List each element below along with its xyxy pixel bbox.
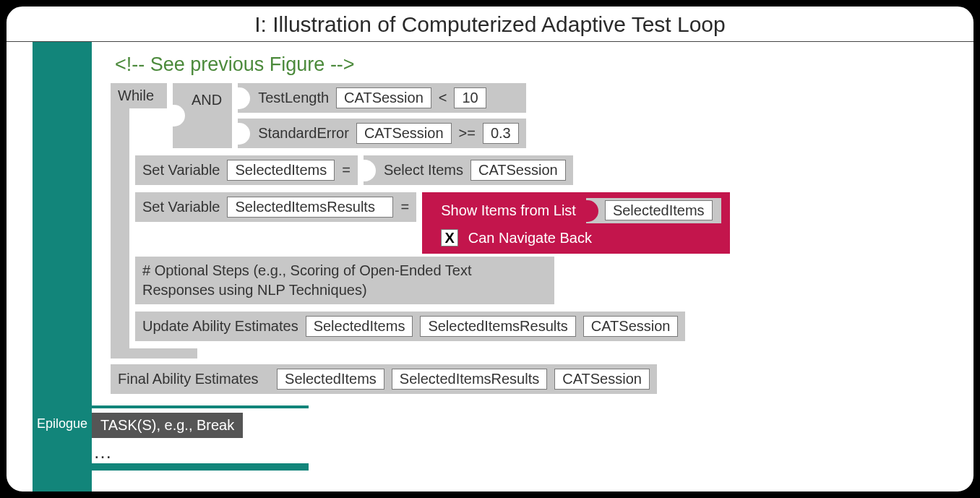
epilogue-task: TASK(S), e.g., Break bbox=[92, 413, 243, 438]
can-navigate-row: X Can Navigate Back bbox=[441, 229, 721, 246]
show-items-row1: Show Items from List SelectedItems bbox=[441, 198, 721, 223]
select-items-label: Select Items bbox=[384, 162, 463, 179]
diagram-frame: I: Illustration of Computerized Adaptive… bbox=[5, 5, 975, 493]
checkbox-can-navigate[interactable]: X bbox=[441, 229, 458, 246]
arg-catsession-2: CATSession bbox=[356, 123, 452, 144]
update-row: Update Ability Estimates SelectedItems S… bbox=[135, 312, 965, 341]
final-block: Final Ability Estimates SelectedItems Se… bbox=[111, 364, 657, 394]
show-items-arg: SelectedItems bbox=[605, 200, 713, 220]
eq-1: = bbox=[342, 162, 351, 179]
final-arg-b: SelectedItemsResults bbox=[392, 369, 547, 390]
setvar-block-1: Set Variable SelectedItems = bbox=[135, 155, 358, 185]
condition-standarderror: StandardError CATSession >= 0.3 bbox=[238, 119, 525, 148]
epilogue-ellipsis: … bbox=[92, 441, 965, 463]
optional-steps-text: # Optional Steps (e.g., Scoring of Open-… bbox=[142, 261, 547, 300]
arg-catsession-1: CATSession bbox=[336, 87, 431, 108]
show-items-label: Show Items from List bbox=[441, 202, 576, 219]
setvar-label-1: Set Variable bbox=[142, 162, 220, 179]
final-arg-a: SelectedItems bbox=[277, 369, 384, 390]
diagram-content: <!-- See previous Figure --> While AND T… bbox=[111, 52, 965, 471]
diagram-canvas: <!-- See previous Figure --> While AND T… bbox=[7, 42, 973, 471]
epilogue-tab: Epilogue bbox=[33, 412, 92, 436]
and-keyword: AND bbox=[192, 92, 222, 108]
final-label: Final Ability Estimates bbox=[118, 371, 259, 387]
select-items-arg: CATSession bbox=[470, 160, 566, 181]
condition-testlength: TestLength CATSession < 10 bbox=[238, 83, 525, 113]
val-10: 10 bbox=[454, 87, 486, 108]
setvar-name-1: SelectedItems bbox=[227, 160, 335, 181]
epilogue-underline bbox=[92, 463, 309, 471]
update-label: Update Ability Estimates bbox=[142, 318, 298, 335]
show-items-block: Show Items from List SelectedItems X Can… bbox=[422, 192, 729, 254]
setvar-block-2: Set Variable SelectedItemsResults = bbox=[135, 192, 416, 222]
divider-teal bbox=[92, 405, 309, 408]
fn-standarderror: StandardError bbox=[258, 125, 349, 142]
final-arg-c: CATSession bbox=[554, 369, 650, 390]
final-row: Final Ability Estimates SelectedItems Se… bbox=[111, 364, 965, 394]
select-items-block: Select Items CATSession bbox=[364, 155, 573, 185]
can-navigate-label: Can Navigate Back bbox=[468, 230, 592, 246]
op-gte: >= bbox=[459, 125, 476, 142]
show-items-trail: SelectedItems bbox=[586, 198, 721, 223]
update-arg-c: CATSession bbox=[583, 316, 679, 337]
comment-line: <!-- See previous Figure --> bbox=[111, 52, 965, 83]
update-arg-a: SelectedItems bbox=[306, 316, 413, 337]
fn-testlength: TestLength bbox=[258, 90, 329, 106]
while-row: While AND TestLength CATSession < 10 Sta… bbox=[111, 83, 965, 148]
eq-2: = bbox=[400, 199, 409, 215]
setvar-label-2: Set Variable bbox=[142, 199, 220, 215]
set-results-row: Set Variable SelectedItemsResults = Show… bbox=[135, 192, 965, 254]
conditions-stack: TestLength CATSession < 10 StandardError… bbox=[238, 83, 525, 148]
epilogue-task-row: TASK(S), e.g., Break bbox=[92, 413, 965, 438]
while-connector bbox=[111, 91, 129, 348]
op-lt: < bbox=[439, 90, 447, 106]
while-keyword: While bbox=[118, 87, 154, 104]
optional-row: # Optional Steps (e.g., Scoring of Open-… bbox=[135, 257, 965, 304]
update-arg-b: SelectedItemsResults bbox=[420, 316, 575, 337]
optional-steps-block: # Optional Steps (e.g., Scoring of Open-… bbox=[135, 257, 554, 304]
setvar-name-2: SelectedItemsResults bbox=[227, 197, 393, 218]
val-03: 0.3 bbox=[483, 123, 519, 144]
while-keyword-block: While bbox=[111, 83, 167, 108]
set-selecteditems-row: Set Variable SelectedItems = Select Item… bbox=[135, 155, 965, 185]
diagram-title: I: Illustration of Computerized Adaptive… bbox=[7, 7, 973, 42]
update-block: Update Ability Estimates SelectedItems S… bbox=[135, 312, 685, 341]
and-block: AND bbox=[173, 83, 232, 148]
